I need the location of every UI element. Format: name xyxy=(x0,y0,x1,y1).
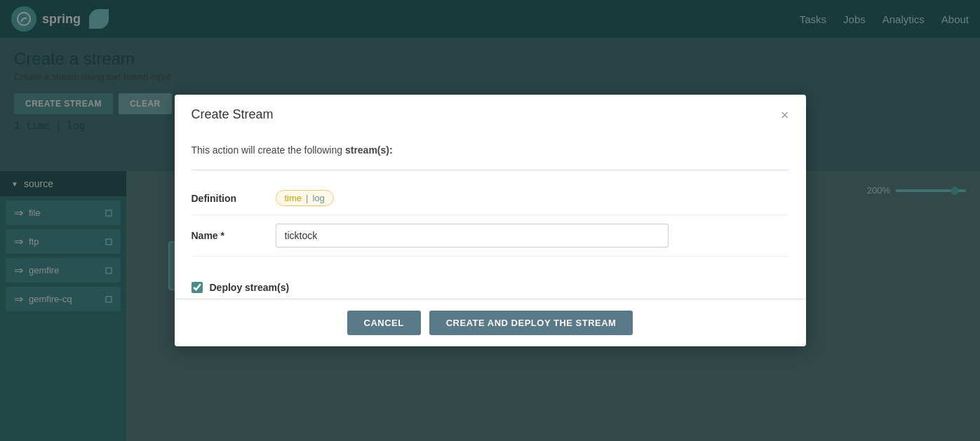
modal-overlay: Create Stream × This action will create … xyxy=(0,0,980,441)
definition-badge: time | log xyxy=(276,190,334,206)
deploy-checkbox[interactable] xyxy=(192,282,203,293)
modal-intro-bold: stream(s): xyxy=(345,144,393,156)
create-stream-modal: Create Stream × This action will create … xyxy=(175,95,806,346)
name-value xyxy=(276,224,789,247)
modal-close-button[interactable]: × xyxy=(781,108,789,122)
name-label: Name * xyxy=(192,230,276,241)
modal-header: Create Stream × xyxy=(175,95,806,133)
create-deploy-button[interactable]: CREATE AND DEPLOY THE STREAM xyxy=(429,311,633,335)
modal-title: Create Stream xyxy=(192,107,274,122)
badge-separator: | xyxy=(306,193,308,203)
deploy-checkbox-label: Deploy stream(s) xyxy=(210,282,290,293)
modal-footer: CANCEL CREATE AND DEPLOY THE STREAM xyxy=(175,299,806,346)
modal-intro-text: This action will create the following st… xyxy=(192,144,789,156)
definition-label: Definition xyxy=(192,193,276,204)
name-row: Name * xyxy=(192,215,789,257)
badge-log: log xyxy=(312,193,324,203)
definition-value: time | log xyxy=(276,190,789,206)
badge-time: time xyxy=(285,193,302,203)
deploy-checkbox-row: Deploy stream(s) xyxy=(175,271,806,299)
modal-body: This action will create the following st… xyxy=(175,133,806,271)
modal-divider xyxy=(192,170,789,170)
definition-row: Definition time | log xyxy=(192,182,789,215)
name-input[interactable] xyxy=(276,224,669,247)
cancel-button[interactable]: CANCEL xyxy=(347,311,421,335)
